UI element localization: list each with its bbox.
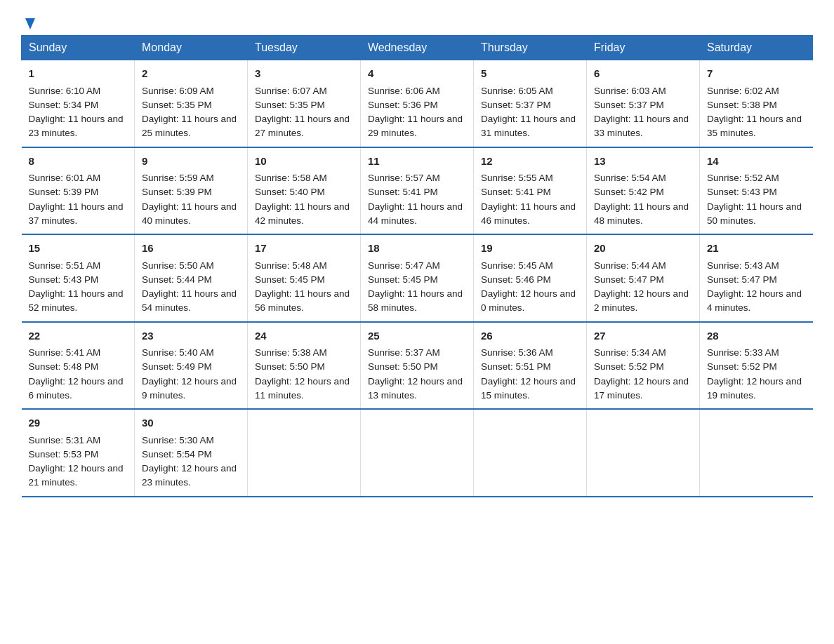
day-cell: 24Sunrise: 5:38 AMSunset: 5:50 PMDayligh…: [248, 322, 361, 410]
day-cell: 23Sunrise: 5:40 AMSunset: 5:49 PMDayligh…: [135, 322, 248, 410]
day-cell: 28Sunrise: 5:33 AMSunset: 5:52 PMDayligh…: [700, 322, 813, 410]
day-cell: 5Sunrise: 6:05 AMSunset: 5:37 PMDaylight…: [474, 60, 587, 147]
day-number: 26: [481, 328, 579, 344]
day-number: 18: [368, 241, 466, 257]
day-number: 8: [29, 154, 128, 170]
day-number: 15: [29, 241, 128, 257]
day-cell: 22Sunrise: 5:41 AMSunset: 5:48 PMDayligh…: [22, 322, 135, 410]
day-cell: [587, 409, 700, 497]
col-header-sunday: Sunday: [22, 36, 135, 60]
day-number: 5: [481, 66, 579, 82]
col-header-monday: Monday: [135, 36, 248, 60]
day-cell: 2Sunrise: 6:09 AMSunset: 5:35 PMDaylight…: [135, 60, 248, 147]
day-number: 30: [142, 415, 240, 431]
svg-marker-0: [25, 18, 35, 29]
day-number: 4: [368, 66, 466, 82]
day-cell: 16Sunrise: 5:50 AMSunset: 5:44 PMDayligh…: [135, 234, 248, 322]
week-row-2: 8Sunrise: 6:01 AMSunset: 5:39 PMDaylight…: [22, 147, 813, 235]
day-cell: 21Sunrise: 5:43 AMSunset: 5:47 PMDayligh…: [700, 234, 813, 322]
day-cell: 1Sunrise: 6:10 AMSunset: 5:34 PMDaylight…: [22, 60, 135, 147]
day-cell: [248, 409, 361, 497]
day-cell: 4Sunrise: 6:06 AMSunset: 5:36 PMDaylight…: [361, 60, 474, 147]
day-cell: 12Sunrise: 5:55 AMSunset: 5:41 PMDayligh…: [474, 147, 587, 235]
day-cell: 17Sunrise: 5:48 AMSunset: 5:45 PMDayligh…: [248, 234, 361, 322]
week-row-1: 1Sunrise: 6:10 AMSunset: 5:34 PMDaylight…: [22, 60, 813, 147]
day-number: 24: [255, 328, 353, 344]
day-number: 2: [142, 66, 240, 82]
day-cell: [474, 409, 587, 497]
day-cell: 10Sunrise: 5:58 AMSunset: 5:40 PMDayligh…: [248, 147, 361, 235]
week-row-3: 15Sunrise: 5:51 AMSunset: 5:43 PMDayligh…: [22, 234, 813, 322]
col-header-tuesday: Tuesday: [248, 36, 361, 60]
day-cell: 30Sunrise: 5:30 AMSunset: 5:54 PMDayligh…: [135, 409, 248, 497]
day-number: 12: [481, 154, 579, 170]
calendar-header-row: SundayMondayTuesdayWednesdayThursdayFrid…: [22, 36, 813, 60]
day-number: 28: [707, 328, 806, 344]
day-number: 10: [255, 154, 353, 170]
day-cell: 19Sunrise: 5:45 AMSunset: 5:46 PMDayligh…: [474, 234, 587, 322]
day-cell: 3Sunrise: 6:07 AMSunset: 5:35 PMDaylight…: [248, 60, 361, 147]
day-number: 22: [29, 328, 128, 344]
day-cell: [361, 409, 474, 497]
col-header-friday: Friday: [587, 36, 700, 60]
day-cell: [700, 409, 813, 497]
day-cell: 18Sunrise: 5:47 AMSunset: 5:45 PMDayligh…: [361, 234, 474, 322]
col-header-thursday: Thursday: [474, 36, 587, 60]
day-number: 6: [594, 66, 692, 82]
day-number: 9: [142, 154, 240, 170]
day-number: 13: [594, 154, 692, 170]
logo: [21, 14, 38, 27]
week-row-5: 29Sunrise: 5:31 AMSunset: 5:53 PMDayligh…: [22, 409, 813, 497]
col-header-saturday: Saturday: [700, 36, 813, 60]
day-number: 23: [142, 328, 240, 344]
day-number: 1: [29, 66, 128, 82]
day-number: 27: [594, 328, 692, 344]
calendar-table: SundayMondayTuesdayWednesdayThursdayFrid…: [21, 35, 813, 497]
day-cell: 11Sunrise: 5:57 AMSunset: 5:41 PMDayligh…: [361, 147, 474, 235]
day-cell: 29Sunrise: 5:31 AMSunset: 5:53 PMDayligh…: [22, 409, 135, 497]
day-number: 3: [255, 66, 353, 82]
logo-triangle-icon: [22, 15, 38, 31]
day-number: 21: [707, 241, 806, 257]
day-cell: 26Sunrise: 5:36 AMSunset: 5:51 PMDayligh…: [474, 322, 587, 410]
day-number: 11: [368, 154, 466, 170]
day-cell: 27Sunrise: 5:34 AMSunset: 5:52 PMDayligh…: [587, 322, 700, 410]
day-number: 17: [255, 241, 353, 257]
col-header-wednesday: Wednesday: [361, 36, 474, 60]
day-cell: 25Sunrise: 5:37 AMSunset: 5:50 PMDayligh…: [361, 322, 474, 410]
day-number: 16: [142, 241, 240, 257]
day-cell: 6Sunrise: 6:03 AMSunset: 5:37 PMDaylight…: [587, 60, 700, 147]
page-header: [21, 14, 813, 27]
day-cell: 13Sunrise: 5:54 AMSunset: 5:42 PMDayligh…: [587, 147, 700, 235]
day-cell: 15Sunrise: 5:51 AMSunset: 5:43 PMDayligh…: [22, 234, 135, 322]
day-cell: 20Sunrise: 5:44 AMSunset: 5:47 PMDayligh…: [587, 234, 700, 322]
day-number: 20: [594, 241, 692, 257]
day-cell: 14Sunrise: 5:52 AMSunset: 5:43 PMDayligh…: [700, 147, 813, 235]
week-row-4: 22Sunrise: 5:41 AMSunset: 5:48 PMDayligh…: [22, 322, 813, 410]
day-number: 14: [707, 154, 806, 170]
day-number: 7: [707, 66, 806, 82]
day-cell: 7Sunrise: 6:02 AMSunset: 5:38 PMDaylight…: [700, 60, 813, 147]
day-number: 25: [368, 328, 466, 344]
day-number: 19: [481, 241, 579, 257]
day-cell: 8Sunrise: 6:01 AMSunset: 5:39 PMDaylight…: [22, 147, 135, 235]
day-number: 29: [29, 415, 128, 431]
day-cell: 9Sunrise: 5:59 AMSunset: 5:39 PMDaylight…: [135, 147, 248, 235]
